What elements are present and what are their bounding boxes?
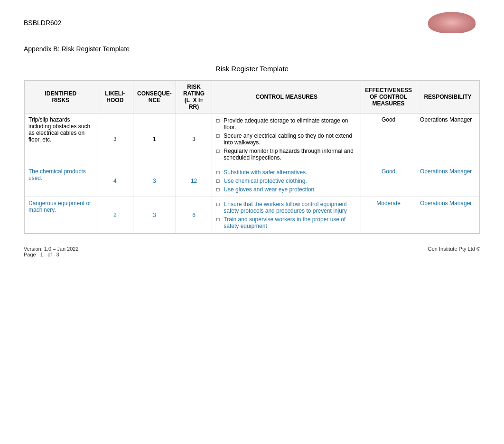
footer-right: Gen Institute Pty Ltd © xyxy=(428,246,480,257)
col-header-consequence: CONSEQUE­NCE xyxy=(133,81,176,113)
control-list-1: Provide adequate storage to eliminate st… xyxy=(216,116,357,162)
risk-label-3: Dangerous equipment or machinery. xyxy=(28,200,91,213)
risk-cell-2: The chemical products used. xyxy=(25,165,97,197)
list-item: Regularly monitor trip hazards through i… xyxy=(216,147,357,162)
list-item: Substitute with safer alternatives. xyxy=(216,168,357,177)
col-header-effectiveness: EFFECTIVENESS OF CONTROL MEASURES xyxy=(361,81,416,113)
consequence-cell-3: 3 xyxy=(133,197,176,234)
rating-cell-3: 6 xyxy=(176,197,212,234)
control-cell-1: Provide adequate storage to eliminate st… xyxy=(212,113,361,165)
list-item: Train and supervise workers in the prope… xyxy=(216,215,357,230)
risk-label-1: Trip/slip hazards including obstacles su… xyxy=(28,116,90,143)
list-item: Use gloves and wear eye protection xyxy=(216,185,357,194)
footer: Version: 1.0 – Jan 2022 Page 1 of 3 Gen … xyxy=(0,239,504,265)
likelihood-cell-1: 3 xyxy=(97,113,133,165)
list-item: Use chemical protective clothing. xyxy=(216,177,357,185)
footer-page: Page 1 of 3 xyxy=(24,252,79,257)
list-item: Secure any electrical cabling so they do… xyxy=(216,132,357,147)
effectiveness-cell-1: Good xyxy=(361,113,416,165)
header-code: BSBLDR602 xyxy=(24,19,61,27)
rating-cell-1: 3 xyxy=(176,113,212,165)
control-cell-3: Ensure that the workers follow control e… xyxy=(212,197,361,234)
risk-register-table-container: IDENTIFIEDRISKS LIKELI­HOOD CONSEQUE­NCE… xyxy=(24,80,480,234)
likelihood-cell-2: 4 xyxy=(97,165,133,197)
rating-cell-2: 12 xyxy=(176,165,212,197)
risk-cell-3: Dangerous equipment or machinery. xyxy=(25,197,97,234)
col-header-rating: RISK RATING(L X I= RR) xyxy=(176,81,212,113)
table-header-row: IDENTIFIEDRISKS LIKELI­HOOD CONSEQUE­NCE… xyxy=(25,81,480,113)
table-row: The chemical products used. 4 3 12 Subst… xyxy=(25,165,480,197)
risk-label-2: The chemical products used. xyxy=(28,168,86,181)
consequence-cell-2: 3 xyxy=(133,165,176,197)
responsibility-cell-1: Operations Manager xyxy=(416,113,479,165)
consequence-cell-1: 1 xyxy=(133,113,176,165)
responsibility-cell-2: Operations Manager xyxy=(416,165,479,197)
logo-image xyxy=(428,12,476,33)
effectiveness-cell-2: Good xyxy=(361,165,416,197)
col-header-risks: IDENTIFIEDRISKS xyxy=(25,81,97,113)
risk-cell-1: Trip/slip hazards including obstacles su… xyxy=(25,113,97,165)
footer-version: Version: 1.0 – Jan 2022 xyxy=(24,246,79,252)
page: BSBLDR602 Appendix B: Risk Register Temp… xyxy=(0,0,504,444)
likelihood-cell-3: 2 xyxy=(97,197,133,234)
document-title: Risk Register Template xyxy=(0,60,504,75)
col-header-responsibility: RESPONSIBILITY xyxy=(416,81,479,113)
appendix-title: Appendix B: Risk Register Template xyxy=(0,40,504,60)
control-cell-2: Substitute with safer alternatives. Use … xyxy=(212,165,361,197)
footer-left: Version: 1.0 – Jan 2022 Page 1 of 3 xyxy=(24,246,79,257)
col-header-control: CONTROL MEASURES xyxy=(212,81,361,113)
logo xyxy=(423,9,480,36)
responsibility-cell-3: Operations Manager xyxy=(416,197,479,234)
header: BSBLDR602 xyxy=(0,0,504,40)
effectiveness-cell-3: Moderate xyxy=(361,197,416,234)
control-list-3: Ensure that the workers follow control e… xyxy=(216,200,357,230)
list-item: Provide adequate storage to eliminate st… xyxy=(216,116,357,132)
table-row: Trip/slip hazards including obstacles su… xyxy=(25,113,480,165)
list-item: Ensure that the workers follow control e… xyxy=(216,200,357,215)
control-list-2: Substitute with safer alternatives. Use … xyxy=(216,168,357,194)
table-row: Dangerous equipment or machinery. 2 3 6 … xyxy=(25,197,480,234)
risk-register-table: IDENTIFIEDRISKS LIKELI­HOOD CONSEQUE­NCE… xyxy=(24,80,480,234)
col-header-likelihood: LIKELI­HOOD xyxy=(97,81,133,113)
